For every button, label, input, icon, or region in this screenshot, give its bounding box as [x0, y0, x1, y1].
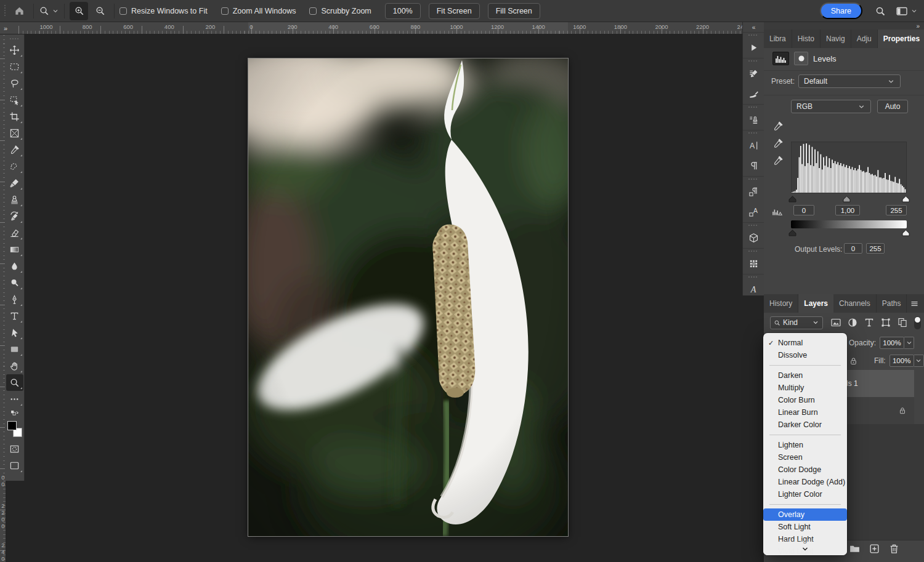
- clone-source-panel-button[interactable]: [743, 110, 764, 130]
- checkbox-box[interactable]: [309, 7, 317, 15]
- preset-select[interactable]: Default: [798, 74, 901, 88]
- menu-item-linear-burn[interactable]: Linear Burn: [763, 406, 847, 419]
- share-button[interactable]: Share: [820, 2, 862, 19]
- menu-item-normal[interactable]: ✓Normal: [763, 337, 847, 349]
- foreground-color-swatch[interactable]: [7, 421, 17, 430]
- zoom-100-button[interactable]: 100%: [385, 3, 421, 19]
- opacity-field[interactable]: 100%: [880, 337, 904, 349]
- lasso-tool[interactable]: [6, 75, 23, 92]
- filter-pixel-layers-button[interactable]: [830, 317, 841, 328]
- brush-tool[interactable]: [6, 175, 23, 191]
- panel-expander[interactable]: »: [916, 23, 919, 30]
- blur-tool[interactable]: [6, 258, 23, 275]
- menu-item-darker-color[interactable]: Darker Color: [763, 419, 847, 431]
- brush-settings-panel-button[interactable]: [743, 63, 764, 84]
- move-tool[interactable]: [6, 42, 23, 58]
- menu-item-linear-dodge-add-[interactable]: Linear Dodge (Add): [763, 476, 847, 488]
- swap-colors-button[interactable]: [6, 407, 23, 420]
- layer-mask-icon[interactable]: [794, 52, 808, 65]
- highlight-input-slider[interactable]: [902, 196, 910, 203]
- hand-tool[interactable]: [6, 358, 23, 374]
- canvas-document[interactable]: [248, 58, 568, 536]
- checkbox-box[interactable]: [120, 7, 127, 15]
- toolbar-grip[interactable]: [10, 37, 20, 41]
- tab-history[interactable]: History: [764, 294, 798, 313]
- tab-navig[interactable]: Navig: [821, 30, 851, 48]
- tab-libra[interactable]: Libra: [764, 30, 792, 48]
- fill-scrubber[interactable]: [914, 355, 924, 367]
- filter-smart-objects-button[interactable]: [897, 317, 908, 328]
- filter-toggle-switch[interactable]: [914, 316, 921, 329]
- search-icon[interactable]: [875, 6, 886, 17]
- tab-adju[interactable]: Adju: [851, 30, 878, 48]
- tab-paths[interactable]: Paths: [877, 294, 907, 313]
- checkbox-resize-windows-to-fit[interactable]: Resize Windows to Fit: [120, 7, 208, 15]
- object-selection-tool[interactable]: [6, 92, 23, 108]
- white-point-eyedropper-icon[interactable]: [772, 155, 784, 166]
- lock-icon[interactable]: [849, 356, 858, 366]
- menu-item-lighten[interactable]: Lighten: [763, 439, 847, 451]
- tab-channels[interactable]: Channels: [833, 294, 877, 313]
- shadow-input-field[interactable]: 0: [793, 205, 814, 215]
- brushes-panel-button[interactable]: [743, 84, 764, 104]
- menu-item-dissolve[interactable]: Dissolve: [763, 349, 847, 361]
- zoom-in-button[interactable]: [70, 2, 88, 20]
- path-selection-tool[interactable]: [6, 324, 23, 341]
- histogram-warning-icon[interactable]: [770, 207, 785, 218]
- filter-shape-layers-button[interactable]: [880, 317, 891, 328]
- frame-tool[interactable]: [6, 125, 23, 142]
- screen-mode-button[interactable]: [6, 457, 23, 474]
- midtone-input-field[interactable]: 1,00: [835, 205, 860, 215]
- black-point-eyedropper-icon[interactable]: [772, 121, 784, 132]
- crop-tool[interactable]: [6, 108, 23, 125]
- zoom-tool-preset[interactable]: [39, 6, 59, 16]
- layers-menu-button[interactable]: [910, 294, 924, 313]
- gradient-tool[interactable]: [6, 241, 23, 258]
- checkbox-zoom-all-windows[interactable]: Zoom All Windows: [221, 7, 296, 15]
- kind-filter-select[interactable]: Kind: [770, 316, 823, 329]
- paragraph-panel-button[interactable]: [743, 156, 764, 176]
- menu-item-multiply[interactable]: Multiply: [763, 382, 847, 394]
- eraser-tool[interactable]: [6, 225, 23, 241]
- paragraph-styles-panel-button[interactable]: [743, 182, 764, 202]
- workspace-icon[interactable]: [896, 6, 908, 17]
- new-group-button[interactable]: [849, 543, 861, 555]
- tab-histo[interactable]: Histo: [792, 30, 821, 48]
- menu-item-lighter-color[interactable]: Lighter Color: [763, 488, 847, 500]
- menu-item-soft-light[interactable]: Soft Light: [763, 521, 847, 533]
- dock-collapse-button[interactable]: «: [743, 22, 764, 32]
- delete-layer-button[interactable]: [888, 543, 900, 555]
- options-bar-grip[interactable]: [2, 5, 7, 17]
- healing-brush-tool[interactable]: [6, 158, 23, 175]
- checkbox-box[interactable]: [221, 7, 229, 15]
- menu-item-overlay[interactable]: Overlay: [763, 508, 847, 521]
- type-tool[interactable]: [6, 308, 23, 324]
- history-brush-tool[interactable]: [6, 208, 23, 225]
- glyphs-panel-button[interactable]: [743, 279, 764, 300]
- midtone-input-slider[interactable]: [843, 196, 851, 203]
- fill-field[interactable]: 100%: [890, 355, 914, 367]
- shadow-input-slider[interactable]: [788, 196, 796, 203]
- menu-item-color-dodge[interactable]: Color Dodge: [763, 464, 847, 476]
- dodge-tool[interactable]: [6, 275, 23, 291]
- highlight-input-field[interactable]: 255: [886, 205, 907, 215]
- output-shadow-field[interactable]: 0: [844, 243, 862, 254]
- filter-type-layers-button[interactable]: [864, 317, 875, 328]
- channel-select[interactable]: RGB: [791, 100, 871, 113]
- menu-item-screen[interactable]: Screen: [763, 451, 847, 464]
- actions-panel-button[interactable]: [743, 38, 764, 58]
- horizontal-ruler[interactable]: 1000800600400200020040060080010001200140…: [17, 22, 742, 34]
- auto-button[interactable]: Auto: [877, 100, 908, 113]
- menu-item-darken[interactable]: Darken: [763, 369, 847, 382]
- filter-adjustment-layers-button[interactable]: [847, 317, 858, 328]
- menu-scroll-more-icon[interactable]: [801, 545, 809, 553]
- gray-point-eyedropper-icon[interactable]: [772, 138, 784, 149]
- output-highlight-slider[interactable]: [902, 230, 910, 236]
- output-highlight-field[interactable]: 255: [866, 243, 885, 254]
- new-layer-button[interactable]: [869, 543, 880, 555]
- zoom-tool[interactable]: [6, 374, 23, 391]
- chevron-down-icon[interactable]: [910, 7, 918, 15]
- edit-toolbar[interactable]: [6, 391, 23, 407]
- character-styles-panel-button[interactable]: [743, 202, 764, 222]
- quick-mask-button[interactable]: [6, 441, 23, 457]
